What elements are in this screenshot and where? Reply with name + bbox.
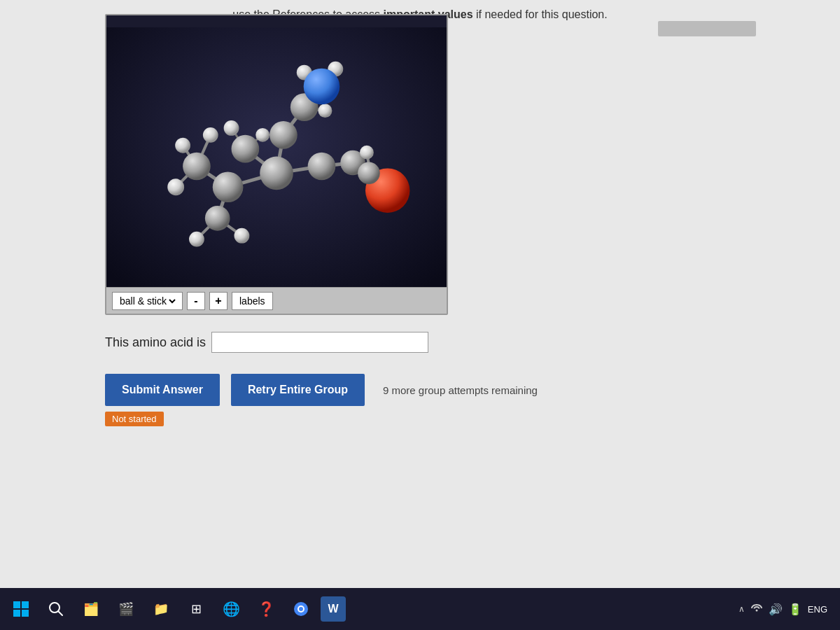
zoom-minus-button[interactable]: - [187,292,205,310]
submit-answer-button[interactable]: Submit Answer [105,374,220,406]
svg-rect-49 [22,610,29,617]
taskbar: 🗂️ 🎬 📁 ⊞ 🌐 ❓ W ∧ 🔊 🔋 ENG [0,588,840,630]
svg-point-43 [304,69,340,105]
attempts-remaining-text: 9 more group attempts remaining [383,384,538,396]
svg-point-36 [234,228,249,244]
view-mode-select[interactable]: ball & stickspace fillwire frame [112,292,183,310]
svg-point-32 [167,178,184,195]
svg-point-28 [183,153,211,181]
svg-point-39 [318,104,332,118]
molecule-viewer-container: ball & stickspace fillwire frame - + lab… [105,14,448,315]
search-button[interactable] [41,594,71,624]
taskbar-right: ∧ 🔊 🔋 ENG [738,603,834,616]
svg-rect-46 [13,601,20,608]
action-buttons-row: Submit Answer Retry Entire Group 9 more … [105,374,840,406]
view-mode-dropdown[interactable]: ball & stickspace fillwire frame [117,295,178,307]
question-text-row: This amino acid is [105,332,840,353]
caret-up-icon: ∧ [738,604,745,614]
svg-point-42 [360,146,374,160]
windows-icon [13,601,29,617]
word-button[interactable]: W [321,596,346,622]
answer-input[interactable] [211,332,428,353]
apps-grid-button[interactable]: ⊞ [181,594,211,624]
language-indicator: ENG [808,604,827,615]
svg-point-55 [755,610,757,612]
svg-point-33 [175,138,190,153]
svg-point-29 [205,206,230,231]
chrome-icon [293,601,309,617]
svg-point-23 [213,172,244,202]
media-player-button[interactable]: 🎬 [111,594,141,624]
svg-point-35 [189,232,204,247]
labels-button[interactable]: labels [232,292,273,310]
svg-line-51 [58,611,62,615]
score-bar [658,21,756,36]
retry-entire-group-button[interactable]: Retry Entire Group [231,374,365,406]
molecule-svg [106,15,447,314]
svg-point-24 [232,135,260,163]
question-area: This amino acid is Submit Answer Retry E… [105,332,840,426]
windows-start-button[interactable] [6,594,36,624]
svg-point-45 [358,162,380,185]
svg-point-34 [203,127,218,143]
browser-button[interactable]: 🌐 [216,594,246,624]
main-content: ball & stickspace fillwire frame - + lab… [0,0,840,588]
battery-icon: 🔋 [788,603,802,616]
folder-button[interactable]: 📁 [146,594,176,624]
viewer-controls-bar: ball & stickspace fillwire frame - + lab… [106,287,447,314]
search-icon [48,601,64,617]
chrome-button[interactable] [286,594,316,624]
question-label: This amino acid is [105,335,206,350]
help-button[interactable]: ❓ [251,594,281,624]
zoom-plus-button[interactable]: + [209,292,227,310]
instruction-suffix: if needed for this question. [476,8,608,20]
svg-point-26 [308,153,336,181]
svg-point-25 [260,157,293,190]
file-manager-button[interactable]: 🗂️ [76,594,106,624]
svg-point-38 [255,128,270,142]
not-started-badge: Not started [105,412,164,426]
svg-rect-47 [22,601,29,608]
svg-point-27 [270,121,298,149]
svg-point-37 [224,120,239,136]
svg-point-54 [299,607,303,611]
svg-rect-48 [13,610,20,617]
volume-icon: 🔊 [769,603,783,616]
network-icon [750,603,763,615]
